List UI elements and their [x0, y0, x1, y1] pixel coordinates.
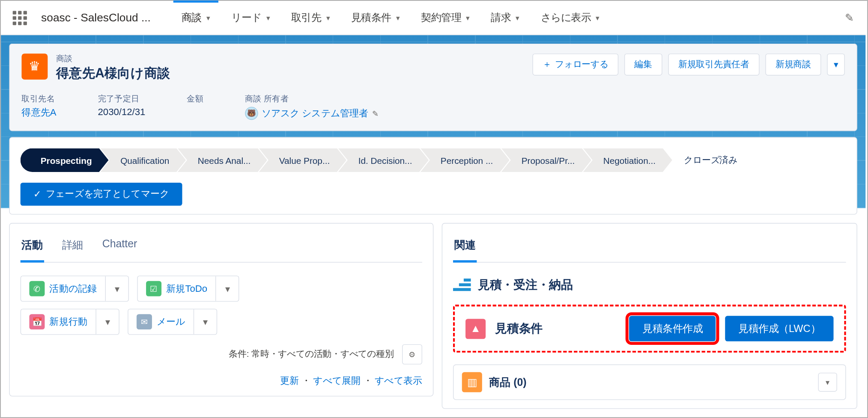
email-dropdown[interactable]: ▾ — [194, 309, 217, 334]
estimate-icon: ▲ — [465, 319, 486, 339]
mail-icon: ✉ — [137, 314, 152, 329]
path-stage-value-prop[interactable]: Value Prop... — [259, 148, 346, 172]
new-event-button[interactable]: 📅新規行動 — [21, 309, 96, 334]
chevron-down-icon: ▾ — [596, 14, 599, 22]
field-label-account: 取引先名 — [21, 94, 56, 104]
tab-label: 見積条件 — [351, 11, 391, 25]
chevron-down-icon: ▾ — [834, 59, 838, 70]
field-value-close-date: 2030/12/31 — [98, 107, 146, 118]
subtab-related[interactable]: 関連 — [453, 234, 477, 262]
change-owner-icon[interactable]: ✎ — [372, 109, 379, 118]
chevron-down-icon: ▾ — [396, 14, 400, 22]
email-button[interactable]: ✉メール — [128, 309, 194, 334]
path-stage-needs-analysis[interactable]: Needs Anal... — [178, 148, 267, 172]
tab-label: リード — [231, 11, 262, 25]
path-stage-closed[interactable]: クローズ済み — [664, 148, 754, 172]
chevron-down-icon: ▾ — [516, 14, 519, 22]
tab-contract[interactable]: 契約管理▾ — [413, 0, 478, 35]
subtab-chatter[interactable]: Chatter — [101, 234, 138, 262]
product-icon: ▥ — [462, 372, 482, 392]
products-dropdown[interactable]: ▾ — [818, 373, 837, 391]
tab-label: 商談 — [182, 11, 202, 25]
refresh-link[interactable]: 更新 — [280, 376, 299, 386]
button-label: メール — [157, 316, 185, 328]
tab-label: 契約管理 — [421, 11, 461, 25]
checklist-icon: ☑ — [146, 281, 161, 296]
app-launcher-icon[interactable] — [13, 11, 27, 25]
gear-icon: ⚙ — [409, 350, 416, 359]
tab-more[interactable]: さらに表示▾ — [532, 0, 608, 35]
chevron-down-icon: ▾ — [266, 14, 270, 22]
chevron-down-icon: ▾ — [466, 14, 469, 22]
path-stage-proposal[interactable]: Proposal/Pr... — [501, 148, 591, 172]
estimate-condition-title: 見積条件 — [495, 320, 543, 336]
check-icon: ✓ — [33, 189, 41, 200]
section-title-text: 見積・受注・納品 — [478, 277, 573, 293]
tab-label: 取引先 — [291, 11, 322, 25]
more-actions-button[interactable]: ▾ — [827, 53, 845, 75]
follow-button[interactable]: ＋フォローする — [532, 53, 618, 75]
path-stage-id-decision[interactable]: Id. Decision... — [338, 148, 429, 172]
mark-stage-complete-button[interactable]: ✓フェーズを完了としてマーク — [21, 183, 182, 206]
path-stage-perception[interactable]: Perception ... — [421, 148, 510, 172]
tab-lead[interactable]: リード▾ — [223, 0, 278, 35]
field-label-close-date: 完了予定日 — [98, 94, 146, 104]
create-estimate-condition-button[interactable]: 見積条件作成 — [629, 316, 716, 341]
button-label: 新規ToDo — [166, 282, 207, 295]
field-label-amount: 金額 — [187, 94, 203, 104]
path-stage-qualification[interactable]: Qualification — [100, 148, 186, 172]
estimate-condition-card: ▲ 見積条件 見積条件作成 見積作成（LWC） — [453, 305, 846, 353]
view-all-link[interactable]: すべて表示 — [375, 376, 422, 386]
tab-invoice[interactable]: 請求▾ — [483, 0, 528, 35]
path-stage-prospecting[interactable]: Prospecting — [21, 148, 109, 172]
log-call-button[interactable]: ✆活動の記録 — [21, 276, 106, 301]
account-link[interactable]: 得意先A — [21, 107, 56, 118]
plus-icon: ＋ — [543, 59, 552, 70]
create-estimate-lwc-button[interactable]: 見積作成（LWC） — [725, 316, 834, 341]
button-label: 活動の記録 — [49, 282, 97, 295]
subtab-details[interactable]: 詳細 — [61, 234, 84, 262]
calendar-icon: 📅 — [29, 314, 45, 329]
log-call-dropdown[interactable]: ▾ — [106, 276, 128, 301]
avatar: 🐻 — [245, 107, 258, 120]
new-opportunity-button[interactable]: 新規商談 — [765, 53, 821, 75]
field-label-owner: 商談 所有者 — [245, 94, 379, 104]
chevron-down-icon: ▾ — [326, 14, 330, 22]
path-stage-negotiation[interactable]: Negotiation... — [583, 148, 672, 172]
tab-opportunity[interactable]: 商談▾ — [173, 0, 218, 35]
expand-all-link[interactable]: すべて展開 — [313, 376, 361, 386]
tab-label: さらに表示 — [541, 11, 591, 25]
record-title: 得意先A様向け商談 — [56, 64, 170, 82]
activity-filter-text: 条件: 常時・すべての活動・すべての種別 — [229, 348, 394, 359]
edit-button[interactable]: 編集 — [624, 53, 662, 75]
new-event-dropdown[interactable]: ▾ — [96, 309, 119, 334]
section-icon — [453, 278, 471, 291]
new-task-button[interactable]: ☑新規ToDo — [138, 276, 216, 301]
new-contact-role-button[interactable]: 新規取引先責任者 — [668, 53, 759, 75]
new-task-dropdown[interactable]: ▾ — [216, 276, 239, 301]
object-label: 商談 — [56, 53, 170, 64]
tab-account[interactable]: 取引先▾ — [283, 0, 338, 35]
opportunity-icon: ♛ — [21, 53, 48, 80]
button-label: 新規行動 — [49, 316, 87, 328]
app-name: soasc - SalesCloud ... — [41, 11, 151, 24]
products-title: 商品 (0) — [489, 375, 526, 389]
subtab-activity[interactable]: 活動 — [21, 234, 44, 262]
button-label: フォローする — [555, 59, 608, 70]
chevron-down-icon: ▾ — [206, 14, 210, 22]
activity-filter-settings-button[interactable]: ⚙ — [402, 344, 422, 365]
owner-link[interactable]: ソアスク システム管理者 — [262, 107, 369, 119]
phone-icon: ✆ — [29, 281, 45, 296]
button-label: フェーズを完了としてマーク — [46, 188, 169, 200]
tab-estimate[interactable]: 見積条件▾ — [343, 0, 408, 35]
tab-label: 請求 — [491, 11, 511, 25]
edit-nav-icon[interactable]: ✎ — [845, 11, 854, 24]
